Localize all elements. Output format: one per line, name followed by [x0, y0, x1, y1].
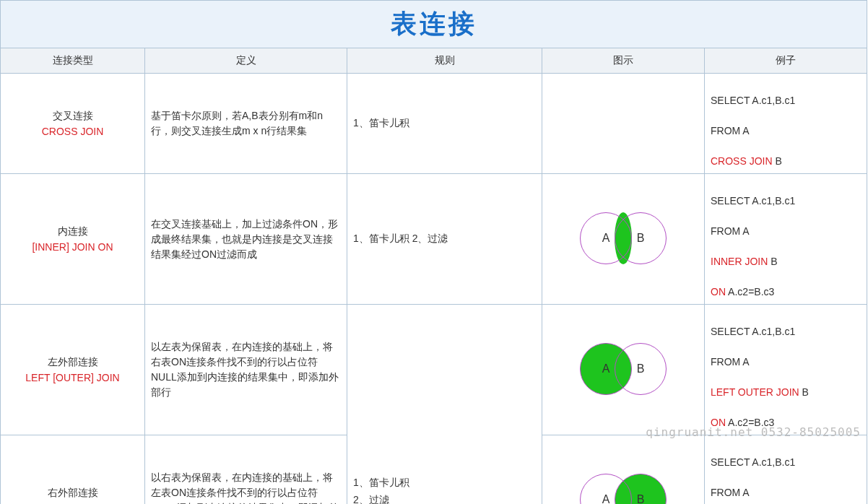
type-cell: 左外部连接 LEFT [OUTER] JOIN [1, 305, 145, 435]
type-name-cn: 右外部连接 [6, 487, 139, 500]
venn-diagram: A B [542, 174, 705, 305]
join-table: 表连接 连接类型 定义 规则 图示 例子 交叉连接 CROSS JOIN 基于笛… [0, 0, 867, 504]
example: SELECT A.c1,B.c1 FROM A LEFT OUTER JOIN … [705, 305, 867, 435]
ex-line: FROM A [711, 487, 750, 498]
example: SELECT A.c1,B.c1 FROM A INNER JOIN B ON … [705, 174, 867, 305]
type-name-cn: 内连接 [6, 225, 139, 238]
ex-rest: B [768, 256, 777, 267]
venn-diagram: B A [542, 435, 705, 505]
definition: 在交叉连接基础上，加上过滤条件ON，形成最终结果集，也就是内连接是交叉连接结果集… [145, 174, 347, 305]
header-def: 定义 [145, 48, 347, 74]
row-cross-join: 交叉连接 CROSS JOIN 基于笛卡尔原则，若A,B表分别有m和n行，则交叉… [1, 74, 867, 174]
ex-keyword: INNER JOIN [711, 256, 768, 267]
venn-left-icon: A B [573, 343, 674, 395]
rule-outer-shared: 1、笛卡儿积 2、过滤 3、添加外部行 [347, 305, 542, 505]
type-name-cn: 左外部连接 [6, 356, 139, 369]
venn-circle-b: B [615, 343, 667, 395]
header-ex: 例子 [705, 48, 867, 74]
type-cell: 右外部连接 RIGHT [OUTER] JOIN ON [1, 435, 145, 505]
ex-line: FROM A [711, 356, 750, 368]
type-name-cn: 交叉连接 [6, 110, 139, 123]
ex-line: SELECT A.c1,B.c1 [711, 95, 795, 106]
rule: 1、笛卡儿积 [347, 74, 542, 174]
ex-rest: B [799, 386, 809, 398]
type-cell: 交叉连接 CROSS JOIN [1, 74, 145, 174]
definition: 以右表为保留表，在内连接的基础上，将左表ON连接条件找不到的行以占位符NULL添… [145, 435, 347, 505]
definition: 基于笛卡尔原则，若A,B表分别有m和n行，则交叉连接生成m x n行结果集 [145, 74, 347, 174]
row-left-join: 左外部连接 LEFT [OUTER] JOIN 以左表为保留表，在内连接的基础上… [1, 305, 867, 435]
ex-line: SELECT A.c1,B.c1 [711, 195, 795, 207]
header-type: 连接类型 [1, 48, 145, 74]
venn-right-icon: B A [573, 474, 674, 505]
type-name-en: CROSS JOIN [6, 126, 139, 137]
venn-circle-b: B [615, 212, 667, 264]
header-rule: 规则 [347, 48, 542, 74]
ex-line: FROM A [711, 125, 750, 136]
header-row: 连接类型 定义 规则 图示 例子 [1, 48, 867, 74]
venn-diagram: A B [542, 305, 705, 435]
type-name-en: [INNER] JOIN ON [6, 241, 139, 253]
ex-on-rest: A.c2=B.c3 [726, 417, 774, 428]
ex-keyword: CROSS JOIN [711, 155, 773, 167]
ex-on-keyword: ON [711, 417, 726, 428]
rule: 1、笛卡儿积 2、过滤 [347, 174, 542, 305]
header-venn: 图示 [542, 48, 705, 74]
venn-diagram [542, 74, 705, 174]
type-cell: 内连接 [INNER] JOIN ON [1, 174, 145, 305]
title-row: 表连接 [1, 1, 867, 48]
ex-on-keyword: ON [711, 286, 726, 297]
ex-line: FROM A [711, 225, 750, 237]
ex-rest: B [773, 155, 782, 167]
ex-on-rest: A.c2=B.c3 [726, 286, 774, 297]
ex-line: SELECT A.c1,B.c1 [711, 326, 795, 337]
venn-circle-a: A [580, 474, 632, 505]
row-inner-join: 内连接 [INNER] JOIN ON 在交叉连接基础上，加上过滤条件ON，形成… [1, 174, 867, 305]
definition: 以左表为保留表，在内连接的基础上，将右表ON连接条件找不到的行以占位符NULL添… [145, 305, 347, 435]
ex-keyword: LEFT OUTER JOIN [711, 386, 799, 398]
table-title: 表连接 [1, 1, 867, 48]
example: SELECT A.c1,B.c1 FROM A CROSS JOIN B [705, 74, 867, 174]
example: SELECT A.c1,B.c1 FROM A RIGHT OUTER JOIN… [705, 435, 867, 505]
type-name-en: LEFT [OUTER] JOIN [6, 372, 139, 383]
ex-line: SELECT A.c1,B.c1 [711, 456, 795, 468]
venn-inner-icon: A B [573, 212, 674, 264]
